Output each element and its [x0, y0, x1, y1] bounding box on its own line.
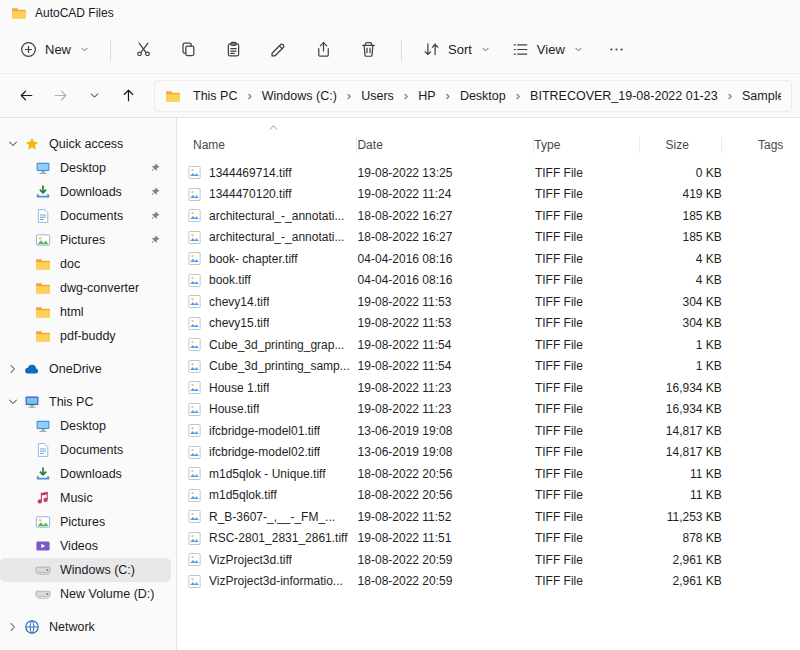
tiff-file-icon [187, 445, 202, 460]
file-row[interactable]: House 1.tiff19-08-2022 11:23TIFF File16,… [177, 377, 800, 399]
chevron-right-icon[interactable] [7, 363, 24, 375]
column-header-date[interactable]: Date [357, 137, 534, 153]
view-button[interactable]: View [502, 33, 593, 66]
tiff-file-icon [187, 402, 202, 417]
sidebar-item-pdf-buddy[interactable]: pdf-buddy [0, 324, 171, 348]
file-date: 19-08-2022 11:54 [358, 338, 535, 352]
folder-icon [35, 280, 51, 296]
file-row[interactable]: House.tiff19-08-2022 11:23TIFF File16,93… [177, 399, 800, 421]
sidebar-item-new-volume-d[interactable]: New Volume (D:) [0, 582, 171, 606]
breadcrumb-separator-icon: › [397, 88, 415, 103]
file-date: 19-08-2022 11:53 [358, 316, 535, 330]
breadcrumb-item-desktop[interactable]: Desktop [457, 85, 509, 107]
sidebar-item-downloads[interactable]: Downloads [0, 462, 171, 486]
cut-button[interactable] [122, 33, 165, 66]
sidebar-item-windows-c[interactable]: Windows (C:) [0, 558, 171, 582]
column-header-size[interactable]: Size [640, 137, 722, 153]
breadcrumb-item-hp[interactable]: HP [415, 85, 438, 107]
sidebar-item-desktop[interactable]: Desktop [0, 156, 171, 180]
file-row[interactable]: chevy15.tiff19-08-2022 11:53TIFF File304… [177, 313, 800, 335]
documents-icon [35, 442, 51, 458]
sidebar-item-network[interactable]: Network [0, 615, 171, 639]
address-bar[interactable]: This PC›Windows (C:)›Users›HP›Desktop›BI… [154, 80, 792, 112]
breadcrumb-item-bitrecover-19-08-2022-01-23[interactable]: BITRECOVER_19-08-2022 01-23 [527, 85, 721, 107]
share-button[interactable] [302, 33, 345, 66]
file-row[interactable]: 1344470120.tiff19-08-2022 11:24TIFF File… [177, 184, 800, 206]
sidebar-item-dwg-converter[interactable]: dwg-converter [0, 276, 171, 300]
file-type: TIFF File [535, 316, 640, 330]
file-name: Cube_3d_printing_samp... [209, 359, 350, 373]
rename-button[interactable] [257, 33, 300, 66]
window-title: AutoCAD Files [35, 6, 114, 20]
sidebar-item-label: pdf-buddy [60, 329, 116, 343]
back-button[interactable] [10, 80, 42, 112]
file-row[interactable]: architectural_-_annotati...18-08-2022 16… [177, 205, 800, 227]
file-row[interactable]: Cube_3d_printing_grap...19-08-2022 11:54… [177, 334, 800, 356]
file-date: 18-08-2022 16:27 [358, 230, 535, 244]
chevron-down-icon[interactable] [7, 138, 24, 150]
breadcrumb-item-windows-c[interactable]: Windows (C:) [259, 85, 340, 107]
file-name-cell: ifcbridge-model01.tiff [187, 423, 358, 438]
file-row[interactable]: VizProject3d.tiff18-08-2022 20:59TIFF Fi… [177, 549, 800, 571]
file-size: 185 KB [640, 230, 721, 244]
paste-icon [224, 40, 243, 59]
file-name-cell: Cube_3d_printing_samp... [187, 359, 358, 374]
chevron-down-icon[interactable] [7, 396, 24, 408]
sort-button[interactable]: Sort [413, 33, 500, 66]
sidebar-item-label: doc [60, 257, 80, 271]
sidebar-item-html[interactable]: html [0, 300, 171, 324]
copy-button[interactable] [167, 33, 210, 66]
sidebar-item-videos[interactable]: Videos [0, 534, 171, 558]
sidebar-item-pictures[interactable]: Pictures [0, 228, 171, 252]
file-pane: Name Date Type Size Tags 1344469714.tiff… [177, 118, 800, 650]
breadcrumb-item-users[interactable]: Users [358, 85, 397, 107]
breadcrumb-item-sample-files[interactable]: Sample files [739, 85, 781, 107]
sidebar-item-desktop[interactable]: Desktop [0, 414, 171, 438]
recent-locations-button[interactable] [78, 80, 110, 112]
sidebar-item-label: Desktop [60, 161, 106, 175]
file-type: TIFF File [535, 252, 640, 266]
file-row[interactable]: VizProject3d-informatio...18-08-2022 20:… [177, 571, 800, 593]
file-date: 19-08-2022 11:24 [358, 187, 535, 201]
delete-button[interactable] [347, 33, 390, 66]
breadcrumb-separator-icon: › [721, 88, 739, 103]
file-row[interactable]: Cube_3d_printing_samp...19-08-2022 11:54… [177, 356, 800, 378]
sidebar-item-music[interactable]: Music [0, 486, 171, 510]
sidebar-item-onedrive[interactable]: OneDrive [0, 357, 171, 381]
file-row[interactable]: chevy14.tiff19-08-2022 11:53TIFF File304… [177, 291, 800, 313]
file-row[interactable]: architectural_-_annotati...18-08-2022 16… [177, 227, 800, 249]
column-header-tags[interactable]: Tags [758, 137, 800, 153]
file-type: TIFF File [535, 166, 640, 180]
file-name-cell: chevy14.tiff [187, 294, 358, 309]
column-header-name[interactable]: Name [187, 137, 357, 153]
file-size: 1 KB [640, 359, 721, 373]
sidebar-item-quick-access[interactable]: Quick access [0, 132, 171, 156]
column-header-type[interactable]: Type [534, 137, 639, 153]
file-row[interactable]: ifcbridge-model01.tiff13-06-2019 19:08TI… [177, 420, 800, 442]
up-button[interactable] [112, 80, 144, 112]
forward-button[interactable] [44, 80, 76, 112]
breadcrumb-item-this-pc[interactable]: This PC [190, 85, 240, 107]
more-options-button[interactable] [595, 33, 638, 66]
sidebar-item-documents[interactable]: Documents [0, 204, 171, 228]
file-row[interactable]: m1d5qlok.tiff18-08-2022 20:56TIFF File11… [177, 485, 800, 507]
file-name-cell: Cube_3d_printing_grap... [187, 337, 358, 352]
new-button[interactable]: New [10, 33, 99, 66]
sidebar-item-label: Downloads [60, 467, 122, 481]
paste-button[interactable] [212, 33, 255, 66]
sidebar-item-downloads[interactable]: Downloads [0, 180, 171, 204]
file-row[interactable]: book- chapter.tiff04-04-2016 08:16TIFF F… [177, 248, 800, 270]
chevron-right-icon[interactable] [7, 621, 24, 633]
file-row[interactable]: R_B-3607-_,__-_FM_...19-08-2022 11:52TIF… [177, 506, 800, 528]
sidebar-item-documents[interactable]: Documents [0, 438, 171, 462]
sidebar-item-doc[interactable]: doc [0, 252, 171, 276]
sidebar-item-pictures[interactable]: Pictures [0, 510, 171, 534]
file-row[interactable]: RSC-2801_2831_2861.tiff19-08-2022 11:51T… [177, 528, 800, 550]
file-row[interactable]: 1344469714.tiff19-08-2022 13:25TIFF File… [177, 162, 800, 184]
file-row[interactable]: ifcbridge-model02.tiff13-06-2019 19:08TI… [177, 442, 800, 464]
sidebar-item-label: Documents [60, 443, 123, 457]
file-row[interactable]: m1d5qlok - Unique.tiff18-08-2022 20:56TI… [177, 463, 800, 485]
sidebar-item-this-pc[interactable]: This PC [0, 390, 171, 414]
file-row[interactable]: book.tiff04-04-2016 08:16TIFF File4 KB [177, 270, 800, 292]
content-area: Quick accessDesktopDownloadsDocumentsPic… [0, 118, 800, 650]
